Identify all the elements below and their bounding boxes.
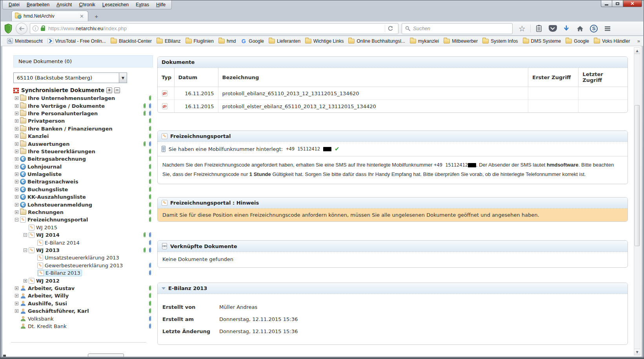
tree-item-ihre-unternehmensunterlagen[interactable]: +Ihre Unternehmensunterlagen: [13, 94, 153, 102]
scroll-down-arrow[interactable]: ▼: [634, 349, 640, 355]
table-row[interactable]: 16.11.2015protokoll_ebilanz_65110_2013_1…: [158, 87, 628, 100]
tree-item-kk-auszahlungsliste[interactable]: +€KK-Auszahlungsliste: [13, 193, 153, 201]
menu-chronik[interactable]: Chronik: [75, 1, 98, 9]
https-lock-icon[interactable]: [41, 27, 45, 31]
column-header-typ[interactable]: Typ: [158, 68, 174, 87]
bookmark-star-button[interactable]: ☆: [517, 23, 528, 34]
expander-plus-icon[interactable]: +: [15, 302, 18, 305]
tree-item-e-bilanz-2014[interactable]: ✎E-Bilanz 2014: [13, 239, 153, 246]
reload-button[interactable]: [385, 25, 396, 32]
expander-plus-icon[interactable]: +: [15, 203, 18, 207]
tree-item-auswertungen[interactable]: +Auswertungen: [13, 140, 153, 147]
bookmark-lieferanten[interactable]: Lieferanten: [266, 38, 303, 45]
tree-item-beitragsnachweis[interactable]: +€Beitragsnachweis: [13, 178, 153, 185]
tree-item-freizeichnungsportal[interactable]: −✎Freizeichnungsportal: [13, 216, 153, 223]
pocket-button[interactable]: [547, 23, 558, 34]
bookmark-blacklist-center[interactable]: Blacklist-Center: [108, 38, 154, 45]
scroll-up-arrow[interactable]: ▲: [634, 48, 640, 54]
menu-hilfe[interactable]: Hilfe: [153, 1, 169, 9]
collapse-all-button[interactable]: −: [114, 87, 120, 93]
scrollbar-thumb[interactable]: [635, 105, 640, 246]
expander-plus-icon[interactable]: +: [15, 188, 18, 191]
tree-item-buchungsliste[interactable]: +€Buchungsliste: [13, 186, 153, 193]
expander-plus-icon[interactable]: +: [15, 127, 18, 131]
url-text[interactable]: https://www.netarchiv.eu/index.php: [48, 25, 383, 31]
client-select-arrow[interactable]: ▼: [119, 73, 127, 83]
bookmark-dms-systeme[interactable]: DMS Systeme: [520, 38, 564, 45]
tree-item-wj-2013[interactable]: −✎WJ 2013: [13, 247, 153, 254]
tree-item-rechnungen[interactable]: +Rechnungen: [13, 209, 153, 216]
bookmark-fluglinien[interactable]: Fluglinien: [183, 38, 216, 45]
selected-tree-item[interactable]: ✎E-Bilanz 2013: [37, 270, 82, 276]
tree-item-ihre-steuererkl-rungen[interactable]: +Ihre Steuererklärungen: [13, 148, 153, 155]
tree-item-ihre-vertr-ge-dokumente[interactable]: +Ihre Verträge / Dokumente: [13, 102, 153, 109]
tree-item-privatperson[interactable]: +Privatperson: [13, 117, 153, 125]
expander-plus-icon[interactable]: +: [15, 119, 18, 123]
bookmark-virustotal-free-onlin[interactable]: VirusTotal - Free Onlin...: [45, 37, 108, 45]
tree-item-umsatzsteuererkl-rung-2013[interactable]: ✎Umsatzsteuererklärung 2013: [13, 254, 153, 261]
bookmark-online-buchhaltungsl[interactable]: Online Buchhaltungsl...: [346, 38, 407, 45]
client-select[interactable]: 65110 (Backstube Starnberg) ▼: [13, 73, 127, 83]
maximize-button[interactable]: [612, 0, 623, 7]
minimize-button[interactable]: [601, 0, 612, 7]
downloads-button[interactable]: [561, 23, 572, 34]
tree-item-volksbank[interactable]: Volksbank: [13, 315, 153, 322]
tree-item-ihre-personalunterlagen[interactable]: +Ihre Personalunterlagen: [13, 110, 153, 117]
menu-extras[interactable]: Extras: [132, 1, 153, 9]
back-button[interactable]: [16, 23, 27, 34]
page-info-icon[interactable]: i: [33, 25, 38, 31]
home-button[interactable]: [575, 23, 586, 34]
bookmark-ebilanz[interactable]: EBilanz: [154, 38, 183, 45]
expander-plus-icon[interactable]: +: [15, 112, 18, 115]
bookmarks-overflow-chevron[interactable]: »: [637, 38, 640, 44]
column-header-erster-zugriff[interactable]: Erster Zugriff: [528, 68, 579, 87]
new-tab-button[interactable]: +: [91, 12, 102, 20]
tree-item-wj-2014[interactable]: −✎WJ 2014: [13, 231, 153, 239]
menu-button[interactable]: [602, 23, 613, 34]
menu-bearbeiten[interactable]: Bearbeiten: [23, 1, 53, 9]
shield-icon[interactable]: [4, 24, 13, 34]
expander-minus-icon[interactable]: −: [24, 233, 27, 237]
bookmark-voks-h-ndler[interactable]: Voks Händler: [591, 38, 632, 45]
tree-item-arbeiter-willy[interactable]: +Arbeiter, Willy: [13, 292, 153, 299]
close-button[interactable]: ✕: [623, 0, 642, 7]
url-bar[interactable]: i https://www.netarchiv.eu/index.php: [30, 23, 398, 34]
table-row[interactable]: 16.11.2015protokoll_elster_ebilanz_65110…: [158, 100, 628, 113]
s-extension-button[interactable]: S: [588, 23, 599, 34]
expander-plus-icon[interactable]: +: [15, 210, 18, 214]
tree-item-wj-2012[interactable]: +✎WJ 2012: [13, 277, 153, 284]
bookmark-meistbesucht[interactable]: Meistbesucht: [5, 37, 45, 45]
expander-plus-icon[interactable]: +: [15, 157, 18, 161]
expander-plus-icon[interactable]: +: [15, 172, 18, 176]
bookmark-wichtige-links[interactable]: Wichtige Links: [303, 38, 346, 45]
expander-plus-icon[interactable]: +: [15, 104, 18, 108]
bookmark-hmd[interactable]: hmd: [216, 38, 238, 45]
collapse-triangle-icon[interactable]: [162, 287, 166, 290]
expander-plus-icon[interactable]: +: [15, 294, 18, 297]
tree-item-gewerbesteuererkl-rung-2013[interactable]: ✎Gewerbesteuererklärung 2013: [13, 262, 153, 269]
sidebar-cutoff-button[interactable]: [88, 354, 124, 357]
menu-ansicht[interactable]: Ansicht: [53, 1, 75, 9]
new-documents-header[interactable]: Neue Dokumente (0): [13, 55, 153, 67]
tree-item-beitragsabrechnung[interactable]: +€Beitragsabrechnung: [13, 155, 153, 163]
expander-minus-icon[interactable]: −: [24, 248, 27, 252]
expander-plus-icon[interactable]: +: [15, 180, 18, 183]
expander-plus-icon[interactable]: +: [15, 195, 18, 199]
expander-plus-icon[interactable]: +: [24, 279, 27, 283]
tree-item-kanzlei[interactable]: +Kanzlei: [13, 132, 153, 140]
expander-minus-icon[interactable]: −: [15, 218, 18, 221]
bookmark-mitbewerber[interactable]: Mitbewerber: [441, 38, 480, 45]
tree-item-dt-kredit-bank[interactable]: Dt. Kredit Bank: [13, 323, 153, 330]
expander-plus-icon[interactable]: +: [15, 286, 18, 290]
bookmark-google[interactable]: GGoogle: [238, 37, 266, 45]
expander-plus-icon[interactable]: +: [15, 142, 18, 146]
bookmark-google[interactable]: Google: [563, 38, 591, 45]
expander-plus-icon[interactable]: +: [15, 134, 18, 138]
menu-datei[interactable]: Datei: [5, 1, 23, 9]
expand-all-button[interactable]: +: [106, 87, 112, 93]
tree-item-wj-2015[interactable]: ✎WJ 2015: [13, 224, 153, 231]
tree-item-ihre-banken-finanzierungen[interactable]: +Ihre Banken / Finanzierungen: [13, 125, 153, 132]
tree-item-lohnsteueranmeldung[interactable]: +€Lohnsteueranmeldung: [13, 201, 153, 208]
tree-item-gesch-ftsf-hrer-karl[interactable]: +Geschäftsführer, Karl: [13, 307, 153, 315]
column-header-letzter-zugriff[interactable]: Letzter Zugriff: [579, 68, 628, 87]
